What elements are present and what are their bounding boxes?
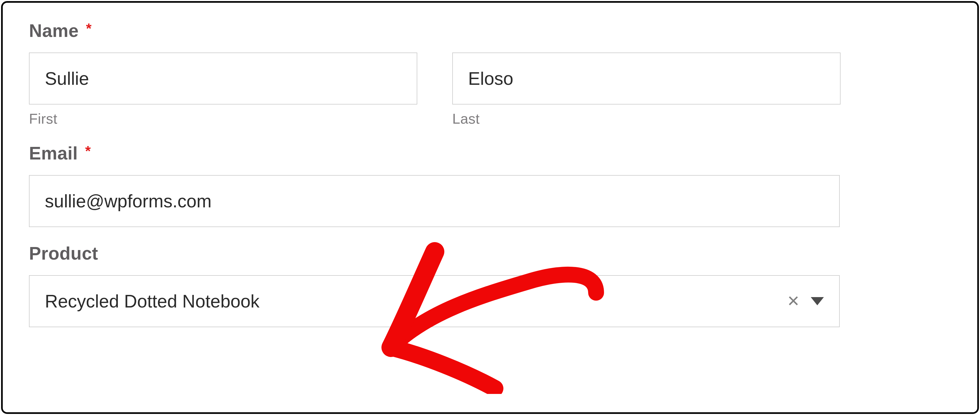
required-marker: *	[86, 21, 92, 37]
name-label-text: Name	[29, 21, 79, 41]
last-name-input[interactable]	[452, 53, 840, 104]
product-field: Product Recycled Dotted Notebook ✕	[29, 243, 951, 327]
last-name-column: Last	[452, 53, 840, 127]
name-field: Name * First Last	[29, 20, 951, 127]
email-field: Email *	[29, 143, 951, 227]
required-marker: *	[85, 143, 91, 159]
email-input[interactable]	[29, 175, 840, 227]
name-label: Name *	[29, 20, 951, 41]
product-label: Product	[29, 243, 951, 264]
clear-icon[interactable]: ✕	[787, 294, 800, 309]
first-name-sublabel: First	[29, 110, 417, 127]
first-name-column: First	[29, 53, 417, 127]
last-name-sublabel: Last	[452, 110, 840, 127]
first-name-input[interactable]	[29, 53, 417, 104]
email-label-text: Email	[29, 143, 78, 163]
product-select[interactable]: Recycled Dotted Notebook ✕	[29, 275, 840, 327]
name-row: First Last	[29, 53, 951, 127]
chevron-down-icon[interactable]	[811, 297, 824, 305]
product-select-controls: ✕	[787, 294, 824, 309]
product-selected-value: Recycled Dotted Notebook	[45, 291, 787, 311]
product-label-text: Product	[29, 243, 98, 263]
email-label: Email *	[29, 143, 951, 164]
form-panel: Name * First Last Email * Product Recycl…	[1, 1, 979, 414]
